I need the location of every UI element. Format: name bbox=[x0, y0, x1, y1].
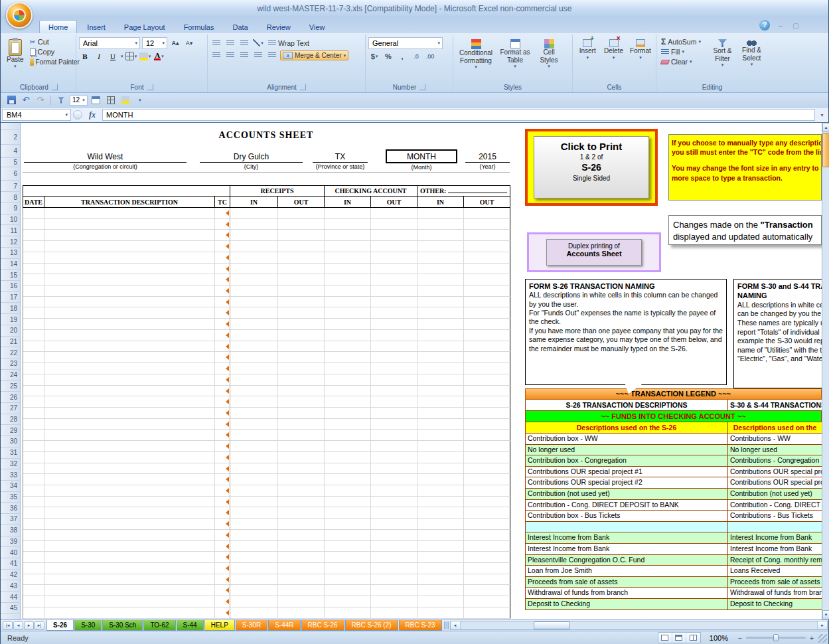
grid-cell[interactable] bbox=[417, 607, 464, 619]
grid-cell[interactable] bbox=[278, 530, 325, 541]
row-header-42[interactable]: 42 bbox=[1, 570, 20, 581]
grid-cell[interactable] bbox=[44, 563, 215, 574]
grid-cell[interactable] bbox=[325, 363, 371, 374]
grid-cell[interactable] bbox=[325, 208, 371, 219]
grid-cell[interactable] bbox=[278, 541, 325, 552]
grid-cell[interactable] bbox=[23, 452, 44, 463]
grid-cell[interactable] bbox=[464, 519, 510, 530]
row-header-13[interactable]: 13 bbox=[1, 248, 20, 259]
legend-cell-s26[interactable]: Pleasentville Congregation O.C. Fund bbox=[526, 555, 728, 566]
grid-cell[interactable] bbox=[464, 563, 510, 574]
grid-cell[interactable] bbox=[325, 552, 371, 563]
grid-cell[interactable] bbox=[325, 408, 371, 419]
sort-ascending-button[interactable] bbox=[55, 94, 67, 106]
clear-button[interactable]: Clear▾ bbox=[659, 57, 707, 66]
grid-cell[interactable] bbox=[230, 252, 278, 264]
grid-cell[interactable] bbox=[464, 307, 510, 319]
grid-cell[interactable] bbox=[464, 386, 510, 397]
row-header-9[interactable]: 9 bbox=[1, 203, 20, 214]
grid-cell[interactable] bbox=[215, 607, 230, 619]
grid-cell[interactable] bbox=[278, 585, 325, 596]
zoom-in-icon[interactable]: + bbox=[808, 634, 815, 642]
sheet-tab-s-44[interactable]: S-44 bbox=[177, 620, 204, 631]
grid-cell[interactable] bbox=[464, 352, 510, 363]
grid-cell[interactable] bbox=[230, 241, 278, 252]
decrease-indent-button[interactable] bbox=[252, 50, 264, 61]
grid-cell[interactable] bbox=[325, 396, 371, 408]
grid-cell[interactable] bbox=[23, 419, 44, 430]
grid-cell[interactable] bbox=[278, 452, 325, 463]
grid-cell[interactable] bbox=[44, 230, 215, 241]
grid-cell[interactable] bbox=[325, 441, 371, 452]
row-header-16[interactable]: 16 bbox=[1, 281, 20, 292]
grid-cell[interactable] bbox=[464, 285, 510, 297]
grid-cell[interactable] bbox=[464, 230, 510, 241]
zoom-slider-thumb[interactable] bbox=[773, 634, 779, 641]
row-header-36[interactable]: 36 bbox=[1, 503, 20, 514]
sheet-tab-rbc-s-23[interactable]: RBC S-23 bbox=[399, 620, 442, 631]
legend-cell-s30-s44[interactable]: Contributions - Bus Tickets bbox=[728, 511, 822, 522]
tab-splitter[interactable] bbox=[444, 621, 449, 629]
grid-cell[interactable] bbox=[464, 363, 510, 374]
cell-styles-button[interactable]: Cell Styles ▾ bbox=[534, 37, 564, 70]
grid-cell[interactable] bbox=[417, 307, 464, 319]
grid-cell[interactable] bbox=[23, 307, 44, 319]
grid-cell[interactable] bbox=[464, 485, 510, 497]
grid-cell[interactable] bbox=[371, 596, 417, 607]
row-header-6[interactable]: 6 bbox=[1, 167, 20, 181]
grid-cell[interactable] bbox=[464, 396, 510, 408]
grid-cell[interactable] bbox=[215, 297, 230, 308]
grid-cell[interactable] bbox=[215, 274, 230, 285]
sheet-tab-help[interactable]: HELP bbox=[204, 620, 235, 631]
name-box[interactable]: BM4▾ bbox=[2, 109, 71, 121]
grid-cell[interactable] bbox=[325, 374, 371, 386]
legend-cell-s30-s44[interactable] bbox=[728, 522, 822, 533]
row-header-15[interactable]: 15 bbox=[1, 270, 20, 281]
legend-cell-s26[interactable]: Contribution (not used yet) bbox=[526, 489, 728, 500]
legend-cell-s26[interactable]: Contribution box - WW bbox=[526, 434, 728, 445]
grid-cell[interactable] bbox=[371, 463, 417, 475]
grid-cell[interactable] bbox=[278, 374, 325, 386]
click-to-print-button[interactable]: Click to Print 1 & 2 of S-26 Single Side… bbox=[525, 129, 658, 206]
grid-cell[interactable] bbox=[44, 430, 215, 441]
grid-cell[interactable] bbox=[215, 396, 230, 408]
grid-cell[interactable] bbox=[23, 386, 44, 397]
insert-function-button[interactable] bbox=[73, 110, 82, 120]
grid-cell[interactable] bbox=[325, 319, 371, 330]
grid-cell[interactable] bbox=[464, 219, 510, 230]
grid-cell[interactable] bbox=[417, 474, 464, 485]
grid-cell[interactable] bbox=[464, 408, 510, 419]
previous-sheet-icon[interactable]: ◂ bbox=[13, 621, 23, 630]
grid-cell[interactable] bbox=[325, 341, 371, 353]
row-header-28[interactable]: 28 bbox=[1, 414, 20, 426]
grid-cell[interactable] bbox=[44, 396, 215, 408]
grid-cell[interactable] bbox=[278, 463, 325, 475]
grid-cell[interactable] bbox=[464, 374, 510, 386]
grid-cell[interactable] bbox=[278, 386, 325, 397]
legend-cell-s26[interactable]: Interest Income from Bank bbox=[526, 532, 728, 544]
qat-table-button[interactable] bbox=[90, 94, 102, 106]
legend-cell-s30-s44[interactable]: Contributions OUR special project #1 bbox=[728, 467, 822, 478]
grid-cell[interactable] bbox=[23, 285, 44, 297]
legend-cell-s26[interactable] bbox=[526, 522, 728, 533]
grid-cell[interactable] bbox=[215, 552, 230, 563]
grid-cell[interactable] bbox=[23, 241, 44, 252]
grid-cell[interactable] bbox=[23, 363, 44, 374]
font-size-combo[interactable]: 12▾ bbox=[142, 37, 167, 49]
grid-cell[interactable] bbox=[230, 574, 278, 586]
grid-cell[interactable] bbox=[44, 341, 215, 353]
grid-cell[interactable] bbox=[464, 430, 510, 441]
first-sheet-icon[interactable]: |◂ bbox=[3, 621, 13, 630]
legend-cell-s26[interactable]: Loan from Joe Smith bbox=[526, 566, 728, 577]
grid-cell[interactable] bbox=[325, 386, 371, 397]
field-year[interactable]: 2015 (Year) bbox=[465, 149, 510, 170]
grid-cell[interactable] bbox=[230, 363, 278, 374]
grid-cell[interactable] bbox=[371, 352, 417, 363]
grid-cell[interactable] bbox=[44, 408, 215, 419]
grid-cell[interactable] bbox=[371, 341, 417, 353]
row-header-45[interactable]: 45 bbox=[1, 603, 20, 614]
grid-cell[interactable] bbox=[44, 264, 215, 275]
grid-cell[interactable] bbox=[417, 219, 464, 230]
grid-cell[interactable] bbox=[417, 419, 464, 430]
grid-cell[interactable] bbox=[417, 530, 464, 541]
